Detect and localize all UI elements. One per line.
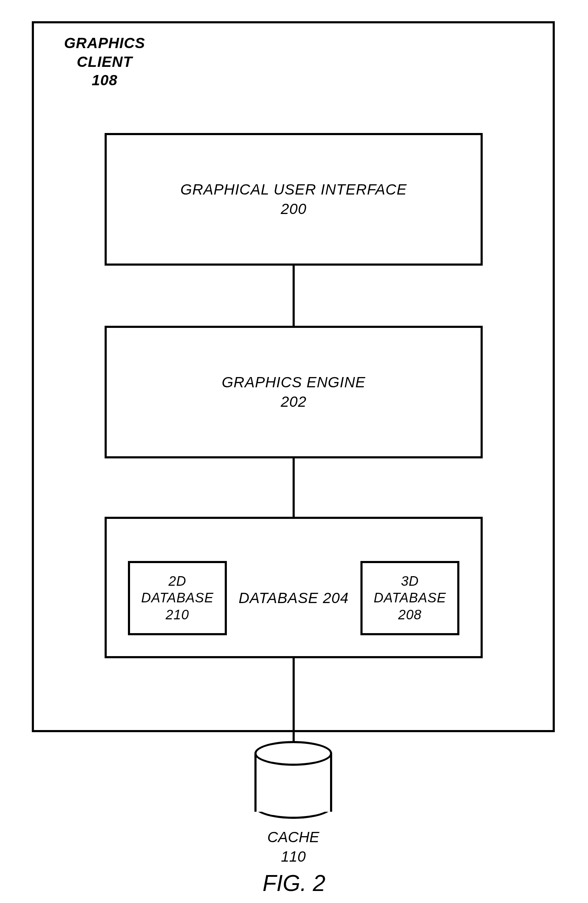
db2d-ref: 210: [166, 607, 189, 622]
database-inner-row: 2D DATABASE 210 DATABASE 204 3D DATABASE…: [107, 554, 481, 642]
connector-engine-db: [293, 458, 295, 517]
db3d-block: 3D DATABASE 208: [361, 561, 459, 635]
figure-label: FIG. 2: [0, 870, 588, 896]
gui-title: GRAPHICAL USER INTERFACE: [180, 180, 407, 200]
graphics-client-container: GRAPHICS CLIENT 108 GRAPHICAL USER INTER…: [32, 21, 555, 732]
gui-block: GRAPHICAL USER INTERFACE 200: [105, 133, 483, 266]
cache-ref: 110: [281, 848, 306, 865]
engine-ref: 202: [281, 392, 306, 412]
cache-title: CACHE: [267, 829, 319, 845]
database-title: DATABASE 204: [238, 588, 349, 608]
connector-gui-engine: [293, 266, 295, 326]
connector-db-cache-top: [293, 658, 295, 732]
graphics-client-title: GRAPHICS CLIENT: [64, 35, 145, 70]
graphics-client-label: GRAPHICS CLIENT 108: [48, 34, 161, 90]
cache-block: CACHE 110: [254, 741, 332, 866]
cache-cylinder-icon: [254, 741, 332, 819]
engine-block: GRAPHICS ENGINE 202: [105, 326, 483, 458]
db3d-ref: 208: [398, 607, 422, 622]
db2d-title-line2: DATABASE: [141, 590, 213, 605]
db3d-title-line1: 3D: [401, 574, 419, 588]
database-block: 2D DATABASE 210 DATABASE 204 3D DATABASE…: [105, 517, 483, 658]
graphics-client-ref: 108: [91, 72, 117, 88]
gui-ref: 200: [281, 200, 306, 219]
db2d-block: 2D DATABASE 210: [128, 561, 227, 635]
engine-title: GRAPHICS ENGINE: [221, 373, 365, 392]
cache-label: CACHE 110: [254, 827, 332, 866]
db3d-title-line2: DATABASE: [373, 590, 446, 605]
db2d-title-line1: 2D: [169, 574, 187, 588]
